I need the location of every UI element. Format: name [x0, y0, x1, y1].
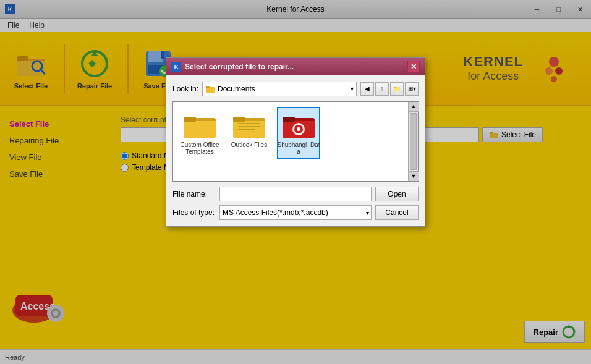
folder-icon: [182, 111, 217, 140]
dialog-titlebar: K Select corrupted file to repair... ✕: [166, 58, 425, 75]
dialog-overlay: K Select corrupted file to repair... ✕ L…: [0, 0, 591, 364]
svg-rect-25: [206, 86, 210, 88]
list-item[interactable]: Custom Office Templates: [178, 107, 221, 159]
folder-lookin-icon: [205, 84, 215, 94]
file-label: Outlook Files: [227, 142, 271, 148]
dialog-title-icon: K: [171, 62, 181, 72]
filetype-select-wrapper: MS Access Files(*.mdb;*.accdb) All Files…: [219, 205, 372, 220]
file-dialog: K Select corrupted file to repair... ✕ L…: [166, 57, 425, 227]
dialog-title: Select corrupted file to repair...: [185, 62, 294, 71]
lookin-select[interactable]: Documents ▾: [202, 82, 357, 96]
lookin-up-button[interactable]: ↑: [375, 82, 389, 96]
files-list: Custom Office Templates: [173, 102, 408, 181]
red-folder-icon: [281, 111, 316, 140]
svg-rect-24: [206, 87, 215, 93]
lookin-row: Look in: Documents ▾ ◀ ↑ 📁 ⊞▾: [172, 82, 419, 96]
scroll-up-button[interactable]: ▲: [409, 102, 419, 112]
dialog-close-button[interactable]: ✕: [407, 61, 420, 73]
svg-rect-32: [238, 123, 260, 124]
filename-label: File name:: [172, 190, 216, 198]
filetype-label: Files of type:: [172, 208, 216, 217]
lookin-toolbar: ◀ ↑ 📁 ⊞▾: [360, 82, 419, 96]
scroll-thumb[interactable]: [410, 113, 417, 170]
filetype-row: Files of type: MS Access Files(*.mdb;*.a…: [172, 205, 419, 220]
files-area: Custom Office Templates: [172, 101, 419, 182]
svg-rect-37: [283, 117, 295, 122]
cancel-button[interactable]: Cancel: [375, 205, 419, 220]
svg-rect-33: [238, 126, 260, 127]
file-label: Custom Office Templates: [178, 142, 221, 155]
svg-rect-28: [184, 117, 196, 122]
lookin-back-button[interactable]: ◀: [360, 82, 374, 96]
filetype-select[interactable]: MS Access Files(*.mdb;*.accdb) All Files…: [219, 205, 372, 220]
scroll-down-button[interactable]: ▼: [409, 171, 419, 181]
file-label: Shubhangi_Data: [277, 142, 320, 155]
filename-input[interactable]: [219, 187, 372, 201]
lookin-view-button[interactable]: ⊞▾: [405, 82, 419, 96]
svg-rect-27: [184, 121, 216, 138]
svg-point-40: [297, 127, 300, 131]
lookin-new-folder-button[interactable]: 📁: [390, 82, 404, 96]
open-button[interactable]: Open: [375, 187, 419, 201]
files-scrollbar: ▲ ▼: [408, 102, 418, 181]
dialog-body: Look in: Documents ▾ ◀ ↑ 📁 ⊞▾: [166, 75, 425, 226]
outlook-folder-icon: [232, 111, 266, 140]
lookin-label: Look in:: [172, 85, 198, 93]
svg-rect-31: [233, 117, 245, 122]
list-item[interactable]: Outlook Files: [227, 107, 271, 152]
list-item[interactable]: Shubhangi_Data: [277, 107, 320, 159]
lookin-arrow: ▾: [351, 85, 354, 92]
lookin-value: Documents: [218, 85, 255, 93]
filename-row: File name: Open: [172, 187, 419, 201]
svg-rect-34: [238, 129, 255, 130]
